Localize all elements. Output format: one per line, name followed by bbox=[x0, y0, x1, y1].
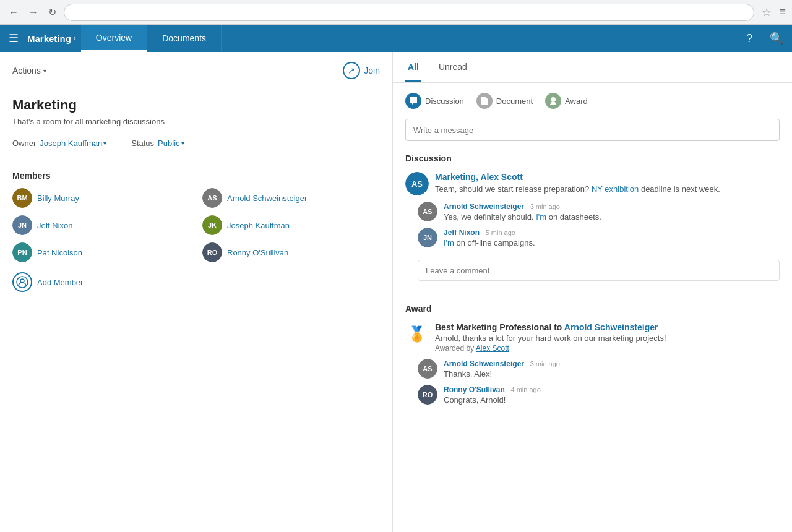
member-jeff-nixon[interactable]: JN Jeff Nixon bbox=[12, 215, 190, 235]
award-header: 🏅 Best Marketing Professional to Arnold … bbox=[405, 322, 780, 353]
room-description: That's a room for all marketing discussi… bbox=[12, 117, 380, 126]
member-name-pat: Pat Nicolson bbox=[37, 248, 82, 257]
awarded-by-link[interactable]: Alex Scott bbox=[476, 344, 509, 353]
award-section-label: Award bbox=[405, 304, 780, 314]
brand-label[interactable]: Marketing › bbox=[27, 33, 81, 44]
filter-document[interactable]: Document bbox=[476, 93, 533, 109]
award-comment-avatar-arnold: AS bbox=[418, 359, 437, 379]
add-member-button[interactable]: Add Member bbox=[12, 272, 83, 292]
discussion-title: Marketing, Alex Scott bbox=[435, 172, 780, 182]
member-name-jeff-nixon: Jeff Nixon bbox=[37, 221, 73, 230]
award-comment-content-ronny: Ronny O'Sullivan 4 min ago Congrats, Arn… bbox=[444, 385, 780, 405]
award-recipient-name: Arnold Schweinsteiger bbox=[564, 322, 658, 332]
award-card: 🏅 Best Marketing Professional to Arnold … bbox=[405, 322, 780, 405]
award-comment-time-arnold: 3 min ago bbox=[530, 360, 560, 367]
member-name-billy-murray: Billy Murray bbox=[37, 194, 79, 203]
forward-button[interactable]: → bbox=[26, 6, 41, 19]
owner-arrow-icon: ▾ bbox=[103, 140, 106, 147]
right-panel: All Unread Discussion bbox=[393, 52, 792, 532]
filter-discussion[interactable]: Discussion bbox=[405, 93, 464, 109]
award-comment-time-ronny: 4 min ago bbox=[511, 386, 541, 393]
comment-time-jeff: 5 min ago bbox=[486, 229, 515, 236]
comment-arnold: AS Arnold Schweinsteiger 3 min ago Yes, … bbox=[418, 202, 780, 221]
join-button[interactable]: ↗ Join bbox=[343, 62, 380, 79]
discussion-card: AS Marketing, Alex Scott Team, should we… bbox=[405, 172, 780, 291]
awarded-by: Awarded by Alex Scott bbox=[435, 344, 780, 353]
award-comment-arnold: AS Arnold Schweinsteiger 3 min ago Thank… bbox=[418, 359, 780, 379]
bookmark-icon[interactable]: ☆ bbox=[762, 6, 772, 19]
comment-text-jeff: I'm on off-line campaigns. bbox=[444, 238, 780, 247]
left-panel: Actions ▾ ↗ Join Marketing That's a room… bbox=[0, 52, 393, 532]
help-button[interactable]: ? bbox=[738, 32, 761, 45]
comment-time-arnold: 3 min ago bbox=[530, 203, 560, 210]
leave-comment-input[interactable] bbox=[418, 260, 780, 281]
member-ronny-osullivan[interactable]: RO Ronny O'Sullivan bbox=[202, 242, 380, 262]
comment-content-arnold: Arnold Schweinsteiger 3 min ago Yes, we … bbox=[444, 202, 780, 221]
discussion-section-label: Discussion bbox=[405, 153, 780, 163]
tab-overview[interactable]: Overview bbox=[81, 25, 147, 52]
comment-author-arnold: Arnold Schweinsteiger bbox=[444, 202, 524, 211]
member-avatar-ronny: RO bbox=[202, 242, 222, 262]
feed-container: Discussion Document bbox=[393, 83, 792, 532]
award-comment-author-ronny: Ronny O'Sullivan bbox=[444, 385, 505, 394]
member-pat-nicolson[interactable]: PN Pat Nicolson bbox=[12, 242, 190, 262]
member-joseph-kauffman[interactable]: JK Joseph Kauffman bbox=[202, 215, 380, 235]
hamburger-menu-icon[interactable]: ☰ bbox=[0, 32, 27, 45]
browser-chrome: ← → ↻ ☆ ≡ bbox=[0, 0, 792, 25]
member-avatar-arnold: AS bbox=[202, 188, 222, 208]
room-title: Marketing bbox=[12, 97, 380, 113]
members-section-title: Members bbox=[12, 171, 380, 181]
comment-avatar-arnold: AS bbox=[418, 202, 437, 221]
member-name-arnold: Arnold Schweinsteiger bbox=[227, 194, 307, 203]
award-comment-text-ronny: Congrats, Arnold! bbox=[444, 395, 780, 405]
tab-unread[interactable]: Unread bbox=[436, 53, 470, 82]
filter-award[interactable]: Award bbox=[545, 93, 588, 109]
award-comment-ronny: RO Ronny O'Sullivan 4 min ago Congrats, … bbox=[418, 385, 780, 405]
member-avatar-joseph: JK bbox=[202, 215, 222, 235]
main-layout: Actions ▾ ↗ Join Marketing That's a room… bbox=[0, 52, 792, 532]
url-bar[interactable] bbox=[64, 4, 754, 21]
actions-button[interactable]: Actions ▾ bbox=[12, 66, 46, 75]
member-name-joseph: Joseph Kauffman bbox=[227, 221, 290, 230]
member-arnold-schweinsteiger[interactable]: AS Arnold Schweinsteiger bbox=[202, 188, 380, 208]
app-header: ☰ Marketing › Overview Documents ? 🔍 bbox=[0, 25, 792, 52]
owner-label: Owner bbox=[12, 139, 36, 148]
reload-button[interactable]: ↻ bbox=[46, 5, 59, 19]
member-avatar-billy-murray: BM bbox=[12, 188, 32, 208]
comment-author-jeff: Jeff Nixon bbox=[444, 228, 480, 237]
discussion-filter-icon bbox=[405, 93, 421, 109]
actions-arrow-icon: ▾ bbox=[43, 67, 46, 74]
tab-documents[interactable]: Documents bbox=[147, 25, 222, 52]
browser-menu-icon[interactable]: ≡ bbox=[779, 6, 786, 19]
tabs-bar: All Unread bbox=[393, 52, 792, 83]
status-value[interactable]: Public ▾ bbox=[158, 139, 184, 148]
award-comment-avatar-ronny: RO bbox=[418, 385, 437, 405]
award-body: Arnold, thanks a lot for your hard work … bbox=[435, 333, 780, 343]
svg-point-4 bbox=[551, 97, 556, 102]
award-filter-icon bbox=[545, 93, 561, 109]
discussion-author-avatar: AS bbox=[405, 172, 429, 195]
svg-point-0 bbox=[17, 277, 28, 288]
member-name-ronny: Ronny O'Sullivan bbox=[227, 248, 288, 257]
award-comment-author-arnold: Arnold Schweinsteiger bbox=[444, 359, 524, 368]
back-button[interactable]: ← bbox=[6, 6, 21, 19]
award-info: Best Marketing Professional to Arnold Sc… bbox=[435, 322, 780, 353]
comment-jeff-nixon: JN Jeff Nixon 5 min ago I'm on off-line … bbox=[418, 228, 780, 247]
award-comment-text-arnold: Thanks, Alex! bbox=[444, 369, 780, 379]
discussion-header: AS Marketing, Alex Scott Team, should we… bbox=[405, 172, 780, 195]
owner-meta: Owner Joseph Kauffman ▾ bbox=[12, 139, 106, 148]
brand-name: Marketing bbox=[27, 33, 71, 44]
join-icon: ↗ bbox=[343, 62, 360, 79]
comment-content-jeff: Jeff Nixon 5 min ago I'm on off-line cam… bbox=[444, 228, 780, 247]
search-button[interactable]: 🔍 bbox=[761, 32, 792, 45]
member-billy-murray[interactable]: BM Billy Murray bbox=[12, 188, 190, 208]
tab-all[interactable]: All bbox=[405, 53, 421, 82]
discussion-info: Marketing, Alex Scott Team, should we st… bbox=[435, 172, 780, 195]
meta-row: Owner Joseph Kauffman ▾ Status Public ▾ bbox=[12, 139, 380, 158]
actions-bar: Actions ▾ ↗ Join bbox=[12, 62, 380, 87]
member-avatar-pat: PN bbox=[12, 242, 32, 262]
owner-value[interactable]: Joseph Kauffman ▾ bbox=[40, 139, 106, 148]
write-message-input[interactable] bbox=[405, 119, 780, 141]
brand-chevron-icon: › bbox=[74, 34, 76, 43]
add-member-icon bbox=[12, 272, 32, 292]
